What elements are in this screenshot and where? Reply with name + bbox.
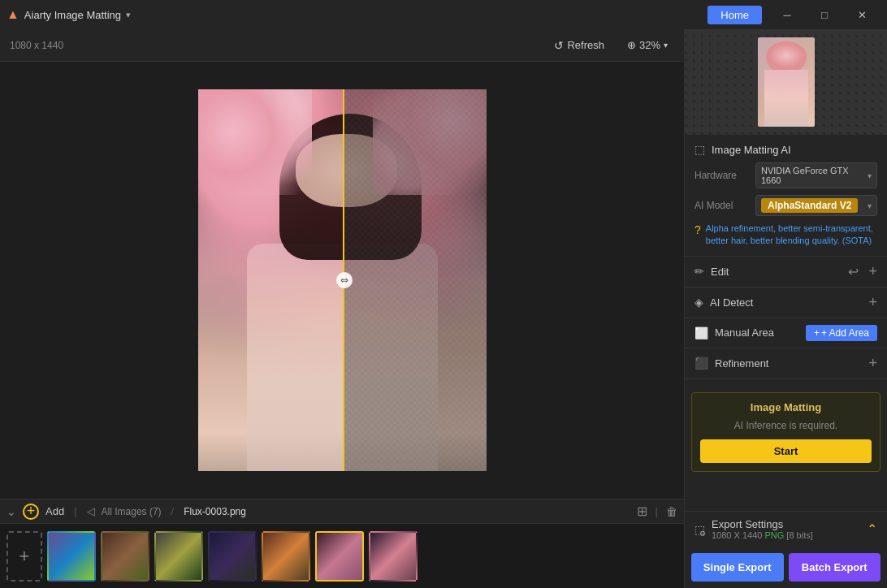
close-button[interactable]: ✕ [843,0,881,29]
image-dimensions: 1080 x 1440 [10,40,63,51]
filmstrip-thumb-7[interactable] [369,531,418,582]
matting-section-title: Image Matting [700,401,872,413]
export-settings-info: Export Settings 1080 X 1440 PNG [8 bits] [712,518,860,540]
edit-add-icon[interactable]: + [868,263,877,280]
ai-detect-row: ◈ AI Detect + [685,288,887,318]
single-export-button[interactable]: Single Export [691,553,784,582]
ai-model-row: AI Model AlphaStandard V2 ▾ [694,195,877,216]
separator-1: | [74,505,76,517]
add-area-plus-icon: + [814,327,820,339]
canvas-image-container: ⇔ [198,89,487,471]
filename-label: Flux-0003.png [184,506,246,517]
add-image-button[interactable]: + [6,531,42,582]
add-icon[interactable]: + [23,504,39,520]
manual-area-icon: ⬜ [694,326,708,339]
checker-overlay [344,89,487,471]
filmstrip-thumb-3[interactable] [154,531,203,582]
bottom-strip: ⌄ + Add | ◁ All Images (7) / Flux-0003.p… [0,499,684,523]
hardware-value: NVIDIA GeForce GTX 1660 [761,166,868,185]
preview-image [758,37,815,127]
matting-status-text: AI Inference is required. [700,420,872,431]
manual-area-label: Manual Area [715,326,799,339]
add-image-icon: + [19,546,30,567]
filmstrip-thumb-5[interactable] [262,531,310,582]
refinement-icon: ⬛ [694,357,708,370]
trash-icon[interactable]: 🗑 [666,505,677,518]
image-view-icon[interactable]: ⊞ [637,504,647,519]
app-dropdown-icon[interactable]: ▾ [126,10,131,20]
zoom-control[interactable]: ⊕ 32% ▾ [621,37,674,54]
filmstrip: + [0,523,684,588]
titlebar: ▲ Aiarty Image Matting ▾ Home ─ □ ✕ [0,0,887,29]
image-matting-title: Image Matting AI [712,144,877,156]
app-title: Aiarty Image Matting [24,9,121,21]
export-settings-icon: ⬚ ⚙ [694,522,705,537]
batch-export-button[interactable]: Batch Export [789,553,881,582]
ai-model-badge: AlphaStandard V2 [761,198,858,213]
add-area-button[interactable]: + + Add Area [806,325,877,341]
filmstrip-thumb-4[interactable] [208,531,257,582]
zoom-dropdown-icon: ▾ [664,41,668,50]
ai-model-label: AI Model [694,200,755,211]
export-collapse-icon[interactable]: ⌃ [867,521,877,537]
export-buttons: Single Export Batch Export [685,547,887,588]
filmstrip-thumb-1[interactable] [47,531,96,582]
refinement-label: Refinement [715,357,862,370]
separator-2: | [656,505,658,517]
preview-thumbnail [685,29,887,135]
refresh-icon: ↺ [554,39,564,52]
app-logo-icon: ▲ [6,7,19,22]
manual-area-row: ⬜ Manual Area + + Add Area [685,318,887,348]
image-matting-header: ⬚ Image Matting AI [694,143,877,156]
image-matting-icon: ⬚ [694,143,705,156]
image-matting-ai-section: ⬚ Image Matting AI Hardware NVIDIA GeFor… [685,135,887,257]
collapse-icon[interactable]: ⌄ [6,505,16,518]
toolbar: 1080 x 1440 ↺ Refresh ⊕ 32% ▾ [0,29,684,62]
hardware-row: Hardware NVIDIA GeForce GTX 1660 ▾ [694,162,877,188]
zoom-level: 32% [639,39,660,51]
main-layout: 1080 x 1440 ↺ Refresh ⊕ 32% ▾ [0,29,887,588]
filmstrip-thumb-2[interactable] [101,531,149,582]
split-handle[interactable]: ⇔ [336,272,353,288]
ai-detect-add-icon[interactable]: + [868,294,877,311]
right-panel: ⬚ Image Matting AI Hardware NVIDIA GeFor… [684,29,887,588]
ai-model-description: Alpha refinement, better semi-transparen… [706,223,877,248]
edit-icon: ✏ [694,265,704,278]
panel-scroll: ⬚ Image Matting AI Hardware NVIDIA GeFor… [685,135,887,511]
path-separator: / [171,505,175,517]
matting-action-section: Image Matting AI Inference is required. … [691,392,881,472]
export-settings-sub: 1080 X 1440 PNG [8 bits] [712,530,860,540]
export-settings-title: Export Settings [712,518,860,530]
hardware-dropdown-icon: ▾ [868,171,872,180]
edit-label: Edit [711,266,842,278]
refresh-button[interactable]: ↺ Refresh [547,37,611,54]
titlebar-controls: Home ─ □ ✕ [707,0,881,29]
undo-icon[interactable]: ↩ [848,264,859,279]
start-button[interactable]: Start [700,439,872,463]
export-dims: 1080 X 1440 [712,530,762,540]
add-area-label: + Add Area [821,327,869,339]
maximize-button[interactable]: □ [806,0,843,29]
hardware-label: Hardware [694,170,755,181]
ai-model-dropdown-icon[interactable]: ▾ [868,201,872,210]
titlebar-left: ▲ Aiarty Image Matting ▾ [6,7,131,22]
home-button[interactable]: Home [707,6,762,24]
add-label[interactable]: Add [45,505,64,517]
ai-model-info: ? Alpha refinement, better semi-transpar… [694,223,877,248]
edit-row: ✏ Edit ↩ + [685,257,887,288]
canvas-viewport: ⇔ [0,62,684,499]
export-format: PNG [764,530,784,540]
nav-left-icon[interactable]: ◁ [87,505,95,517]
info-icon: ? [694,223,701,236]
minimize-button[interactable]: ─ [768,0,806,29]
refinement-add-icon[interactable]: + [868,355,877,372]
filmstrip-thumb-6[interactable] [315,531,364,582]
all-images-label: All Images (7) [102,506,162,517]
export-settings-row: ⬚ ⚙ Export Settings 1080 X 1440 PNG [8 b… [685,511,887,547]
export-bits: [8 bits] [786,530,812,540]
refinement-row: ⬛ Refinement + [685,348,887,379]
ai-detect-icon: ◈ [694,296,703,309]
hardware-select[interactable]: NVIDIA GeForce GTX 1660 ▾ [755,162,877,188]
ai-detect-label: AI Detect [710,296,862,309]
canvas-area: 1080 x 1440 ↺ Refresh ⊕ 32% ▾ [0,29,684,588]
